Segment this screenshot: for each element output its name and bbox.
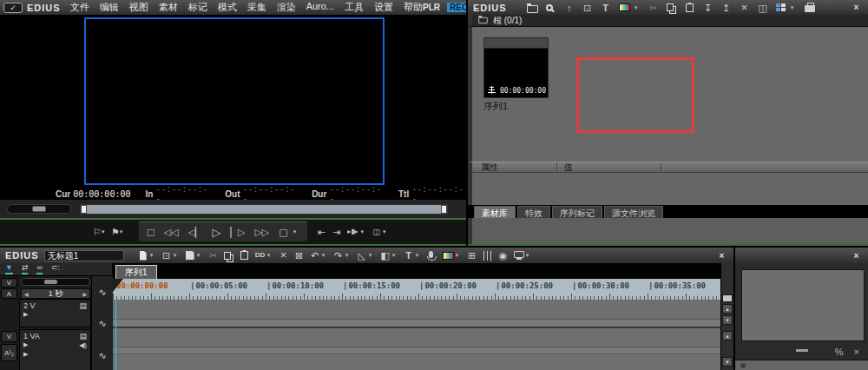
goto-in-button[interactable]: ⇤ [317, 226, 326, 239]
delete-icon[interactable]: × [740, 2, 750, 14]
chevron-down-icon[interactable]: ▾ [174, 252, 180, 259]
clip-thumbnail[interactable]: 00:00:00:00 [483, 37, 549, 98]
expand-track-icon[interactable]: ▶ [23, 311, 28, 318]
ripple-mode-icon[interactable]: ⇄ [22, 264, 29, 274]
multicam-icon[interactable]: ⊞ [467, 249, 477, 261]
time-scale-spinner[interactable]: ◀ 1 秒 ▶ [21, 288, 90, 299]
sequence-tab[interactable]: 序列1 [115, 265, 157, 279]
cut-icon[interactable]: ✂ [208, 249, 219, 261]
plr-mode-button[interactable]: PLR [423, 3, 440, 12]
track-header-1va[interactable]: 1 VA ▤ ▶ ◀) ▶ [19, 329, 91, 370]
replace-clip-icon[interactable]: DD [255, 249, 266, 261]
chevron-down-icon[interactable]: ▾ [150, 252, 156, 259]
scroll-down-icon[interactable]: ▼ [722, 315, 733, 325]
ripple-delete-icon[interactable]: × [279, 249, 289, 261]
bin-content-area[interactable]: 00:00:00:00 序列1 [468, 27, 868, 162]
track-lane-1va-audio[interactable] [113, 347, 720, 353]
folder-up-icon[interactable]: ↑ [564, 2, 575, 14]
set-divider-icon[interactable]: ↥ [721, 2, 732, 14]
add-clip-icon[interactable]: ⊡ [582, 2, 593, 14]
panel-preview-area[interactable] [741, 269, 865, 341]
track-lane-1va-video[interactable] [113, 328, 720, 347]
playhead-handle[interactable] [113, 279, 123, 292]
paste-icon[interactable] [240, 251, 248, 260]
track-lane-2v-sub[interactable] [113, 320, 720, 327]
shuttle-handle[interactable] [32, 206, 46, 212]
chevron-down-icon[interactable]: ▾ [791, 4, 797, 11]
chevron-down-icon[interactable]: ▾ [267, 252, 273, 259]
film-icon[interactable]: ▤ [79, 301, 87, 310]
scale-next-icon[interactable]: ▶ [80, 291, 89, 297]
save-project-icon[interactable] [186, 251, 194, 260]
speaker-icon[interactable]: ◀) [79, 341, 87, 349]
chevron-down-icon[interactable]: ▾ [102, 228, 108, 235]
add-cut-point-icon[interactable]: ◺ [357, 249, 367, 261]
open-project-icon[interactable]: ⊡ [161, 249, 172, 261]
seek-bar[interactable] [80, 204, 448, 215]
chevron-down-icon[interactable]: ▾ [197, 252, 203, 259]
close-icon[interactable]: × [716, 251, 727, 261]
chevron-down-icon[interactable]: ▾ [120, 228, 126, 235]
scroll-down-icon[interactable]: ▼ [722, 357, 733, 367]
voiceover-mic-icon[interactable] [429, 251, 433, 258]
transition-icon[interactable]: ◧ [380, 249, 391, 261]
copy-icon[interactable] [667, 3, 674, 11]
redo-icon[interactable]: ↷ [333, 249, 344, 261]
shuttle-slider[interactable] [7, 204, 71, 214]
clip-properties-icon[interactable]: ◫ [758, 2, 768, 14]
value-column-header[interactable]: 值 [557, 162, 661, 172]
menu-mode[interactable]: 模式 [218, 1, 237, 14]
chevron-down-icon[interactable]: ▾ [361, 228, 367, 235]
next-frame-button[interactable]: ▏▷ [229, 226, 246, 239]
rec-mode-button[interactable]: REC [447, 3, 466, 12]
chevron-down-icon[interactable]: ▾ [416, 252, 422, 259]
timeline-ruler[interactable]: 00:00:00:00 00:00:05:00 00:00:10:00 00:0… [113, 279, 720, 300]
new-sequence-icon[interactable] [140, 251, 147, 261]
fast-forward-button[interactable]: ▷▷ [253, 226, 270, 239]
project-title-field[interactable]: 无标题1 [44, 250, 124, 261]
menu-clip[interactable]: 素材 [159, 1, 178, 14]
new-folder-icon[interactable] [527, 5, 538, 13]
bin-folder-header[interactable]: 根 (0/1) [468, 15, 868, 27]
menu-tools[interactable]: 工具 [345, 1, 364, 14]
chevron-down-icon[interactable]: ▾ [293, 228, 299, 235]
insert-mode-icon[interactable]: ▼ [5, 264, 13, 274]
scroll-up-icon[interactable]: ▲ [722, 331, 733, 340]
title-tool-icon[interactable]: T [404, 249, 414, 261]
track-lane-1va-sub[interactable] [113, 354, 720, 370]
toolbox-icon[interactable] [805, 5, 815, 12]
tab-bin[interactable]: 素材库 [474, 206, 516, 218]
close-icon[interactable]: × [851, 3, 862, 12]
undo-icon[interactable]: ↶ [310, 249, 320, 261]
audio-mixer-icon[interactable] [483, 251, 492, 261]
zoom-slider-handle[interactable] [44, 280, 57, 284]
monitor-mode-icon[interactable] [514, 251, 524, 258]
route-patch-icon[interactable]: ∿ [92, 287, 113, 298]
menu-marker[interactable]: 标记 [188, 1, 207, 14]
chevron-down-icon[interactable]: ▾ [526, 252, 532, 259]
expand-track-icon[interactable]: ▶ [23, 341, 28, 349]
view-mode-icon[interactable] [776, 3, 786, 11]
expand-track-icon[interactable]: ▶ [23, 351, 28, 358]
property-column-header[interactable]: 属性 [472, 162, 557, 172]
menu-edit[interactable]: 编辑 [100, 1, 119, 14]
create-title-icon[interactable]: T [601, 2, 611, 14]
stop-button[interactable]: □ [147, 225, 155, 240]
track-header-2v[interactable]: 2 V ▤ ▶ [19, 299, 91, 327]
chevron-down-icon[interactable]: ▾ [635, 4, 641, 11]
audio-source-patch-button[interactable]: A [1, 288, 17, 299]
chevron-down-icon[interactable]: ▾ [322, 252, 328, 259]
copy-icon[interactable] [224, 252, 231, 260]
track-lanes[interactable] [113, 300, 720, 370]
tab-source-browser[interactable]: 源文件浏览 [604, 206, 663, 218]
menu-render[interactable]: 渲染 [277, 1, 296, 14]
display-mode-button[interactable]: ▢ [278, 226, 288, 239]
menu-file[interactable]: 文件 [70, 1, 89, 14]
film-icon[interactable]: ▤ [79, 332, 87, 340]
video-mute-button[interactable]: V [1, 331, 17, 342]
group-sync-mode-icon[interactable]: ∞ [36, 264, 42, 274]
panel-options-icon[interactable]: % [835, 347, 844, 357]
audio-channel-map-button[interactable]: A¹₂ [1, 344, 17, 361]
color-bars-icon[interactable] [619, 3, 630, 11]
properties-list-area[interactable] [468, 173, 868, 205]
